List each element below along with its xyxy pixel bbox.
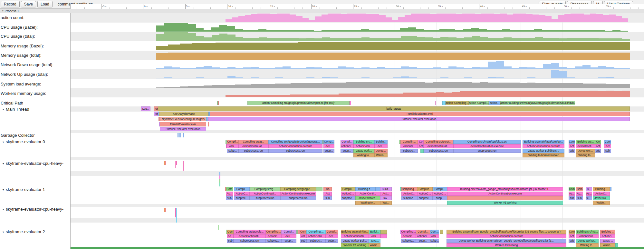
slice-skyframe-evaluator-1[interactable]: ActionC... bbox=[433, 192, 447, 196]
slice-skyframe-evaluator-0[interactable]: Act bbox=[569, 144, 575, 148]
event-tick[interactable] bbox=[179, 133, 180, 137]
slice-skyframe-evaluator-1[interactable] bbox=[316, 187, 322, 191]
event-tick[interactable] bbox=[182, 133, 182, 137]
slice-skyframe-evaluator-0[interactable]: subprocess.run bbox=[453, 149, 521, 153]
slice-skyframe-evaluator-0[interactable]: Waitin... bbox=[374, 153, 388, 157]
slice-critical-path[interactable] bbox=[350, 101, 351, 105]
slice-skyframe-evaluator-1[interactable]: Compiling src/g... bbox=[250, 187, 280, 191]
slice-skyframe-evaluator-1[interactable]: subproc... bbox=[234, 196, 250, 200]
slice-skyframe-evaluator-0[interactable]: ActionContinuati... bbox=[424, 144, 453, 148]
slice-skyframe-evaluator-1[interactable]: ActionContinuation.execute bbox=[280, 192, 316, 196]
save-button[interactable]: Save bbox=[21, 1, 36, 7]
slice-skyframe-evaluator-2[interactable]: Javac ... bbox=[600, 239, 615, 243]
slice-skyframe-evaluator-1[interactable]: Javac wo... bbox=[593, 196, 610, 200]
slice-skyframe-evaluator-0[interactable]: Acti... bbox=[227, 144, 238, 148]
slice-skyframe-evaluator-2[interactable]: Compiling ... bbox=[306, 230, 326, 234]
slice-skyframe-evaluator-2[interactable]: ActionConti... bbox=[306, 234, 326, 238]
slice-skyframe-evaluator-2[interactable] bbox=[380, 230, 387, 234]
event-tick[interactable] bbox=[164, 161, 165, 165]
slice-skyframe-evaluator-0[interactable]: subproc... bbox=[400, 149, 418, 153]
track-label-skyframe-evaluator-2[interactable]: ▾skyframe-evaluator 2 bbox=[3, 229, 45, 234]
slice-skyframe-evaluator-2[interactable]: ActionC... bbox=[266, 234, 281, 238]
slice-critical-path[interactable] bbox=[442, 101, 446, 105]
counter-track-network-up-usage[interactable] bbox=[156, 69, 630, 79]
slice-skyframe-evaluator-2[interactable]: ActionC... bbox=[600, 234, 615, 238]
slice-skyframe-evaluator-0[interactable]: Compiling src/g... bbox=[238, 140, 268, 144]
slice-skyframe-evaluator-2[interactable] bbox=[380, 234, 387, 238]
slice-skyframe-evaluator-0[interactable]: ActionC... bbox=[341, 144, 353, 148]
slice-skyframe-evaluator-1[interactable]: ActionC... bbox=[401, 192, 417, 196]
slice-skyframe-evaluator-0[interactable]: Compiling src/google/protobuf/generat... bbox=[268, 140, 322, 144]
slice-skyframe-evaluator-0[interactable]: Waiting to borrow worker bbox=[523, 153, 564, 157]
slice-skyframe-evaluator-2[interactable]: Building src/ma... bbox=[576, 230, 599, 234]
slice-skyframe-evaluator-1[interactable]: Worker #1 working bbox=[447, 201, 563, 205]
slice-skyframe-evaluator-2[interactable]: Act bbox=[300, 234, 306, 238]
event-tick[interactable] bbox=[219, 175, 220, 179]
slice-main-thread[interactable] bbox=[208, 122, 209, 126]
slice-skyframe-evaluator-1[interactable]: Compil... bbox=[234, 187, 250, 191]
slice-skyframe-evaluator-1[interactable]: Building external/com_google_protobuf/ja… bbox=[447, 187, 563, 191]
slice-skyframe-evaluator-1[interactable]: Ac... bbox=[569, 192, 575, 196]
slice-skyframe-evaluator-0[interactable]: ActionC... bbox=[400, 144, 418, 148]
slice-skyframe-evaluator-1[interactable]: Waiting to... bbox=[355, 201, 380, 205]
slice-skyframe-evaluator-0[interactable]: Building src... bbox=[353, 140, 374, 144]
slice-skyframe-evaluator-0[interactable]: Compiling src/main/cpp/blaze.cc bbox=[453, 140, 521, 144]
slice-skyframe-evaluator-0[interactable]: Co bbox=[595, 140, 601, 144]
slice-skyframe-evaluator-0[interactable]: sub bbox=[595, 149, 601, 153]
slice-critical-path[interactable]: action 'Compili... bbox=[469, 101, 489, 105]
event-tick[interactable] bbox=[175, 208, 176, 217]
slice-skyframe-evaluator-2[interactable]: Com... bbox=[430, 230, 439, 234]
track-label-skyframe-evaluator-0[interactable]: ▾skyframe-evaluator 0 bbox=[3, 139, 45, 144]
track-label-skyframe-evaluator-cpu-heavy-[interactable]: ▾skyframe-evaluator-cpu-heavy- bbox=[3, 207, 63, 212]
slice-critical-path[interactable] bbox=[217, 101, 218, 105]
slice-skyframe-evaluator-0[interactable]: ActionConti... bbox=[353, 144, 374, 148]
slice-skyframe-evaluator-1[interactable]: ActionC... bbox=[417, 192, 433, 196]
slice-skyframe-evaluator-1[interactable]: Waitin... bbox=[593, 201, 610, 205]
slice-critical-path[interactable]: action 'Building src/main/java/com/googl… bbox=[500, 101, 575, 105]
slice-skyframe-evaluator-1[interactable]: sub bbox=[569, 196, 575, 200]
slice-main-thread[interactable]: Par bbox=[154, 106, 158, 111]
slice-skyframe-evaluator-0[interactable]: subprocess.run bbox=[424, 149, 453, 153]
slice-skyframe-evaluator-2[interactable]: Compil... bbox=[326, 230, 338, 234]
slice-skyframe-evaluator-2[interactable]: Compi... bbox=[281, 230, 296, 234]
counter-track-workers-memory-usage[interactable] bbox=[226, 88, 630, 97]
slice-skyframe-evaluator-0[interactable]: Act bbox=[604, 144, 611, 148]
event-tick[interactable] bbox=[183, 161, 184, 171]
slice-skyframe-evaluator-1[interactable]: Ac... bbox=[226, 192, 233, 196]
slice-skyframe-evaluator-2[interactable]: Act bbox=[569, 234, 575, 238]
slice-skyframe-evaluator-0[interactable]: Buildin... bbox=[374, 140, 388, 144]
slice-skyframe-evaluator-0[interactable]: subp... bbox=[227, 149, 238, 153]
slice-skyframe-evaluator-1[interactable]: Build... bbox=[380, 187, 392, 191]
slice-main-thread[interactable]: Parallel Evaluator evaluation bbox=[208, 117, 630, 121]
slice-skyframe-evaluator-1[interactable]: subprocess.run bbox=[280, 196, 316, 200]
slice-skyframe-evaluator-2[interactable]: Acti... bbox=[369, 234, 380, 238]
slice-skyframe-evaluator-1[interactable]: ActionC... bbox=[341, 192, 355, 196]
record-button[interactable]: Record bbox=[1, 1, 20, 7]
slice-skyframe-evaluator-0[interactable]: subp... bbox=[323, 149, 334, 153]
slice-skyframe-evaluator-0[interactable]: ActionContinuation.execute bbox=[268, 144, 322, 148]
track-label-skyframe-evaluator-1[interactable]: ▾skyframe-evaluator 1 bbox=[3, 187, 45, 192]
slice-skyframe-evaluator-1[interactable]: Building s... bbox=[355, 187, 375, 191]
slice-skyframe-evaluator-0[interactable]: ActionConti... bbox=[576, 144, 595, 148]
slice-skyframe-evaluator-0[interactable]: subprocess.run bbox=[238, 149, 268, 153]
slice-skyframe-evaluator-2[interactable]: sub bbox=[300, 239, 306, 243]
event-tick[interactable] bbox=[221, 133, 221, 137]
slice-skyframe-evaluator-2[interactable]: ActionContinuation.execute bbox=[447, 234, 566, 238]
slice-skyframe-evaluator-2[interactable]: Javac worker Building external/com_googl… bbox=[447, 239, 566, 243]
slice-skyframe-evaluator-2[interactable]: subp... bbox=[430, 239, 439, 243]
event-tick[interactable] bbox=[219, 172, 220, 175]
slice-main-thread[interactable]: ParallelEvaluator.eval bbox=[160, 122, 206, 126]
slice-skyframe-evaluator-2[interactable]: sub bbox=[569, 239, 575, 243]
slice-skyframe-evaluator-0[interactable]: Compil... bbox=[227, 140, 238, 144]
slice-skyframe-evaluator-0[interactable] bbox=[420, 149, 424, 153]
slice-main-thread[interactable] bbox=[159, 117, 160, 121]
slice-skyframe-evaluator-2[interactable]: Compiling src/google... bbox=[234, 230, 266, 234]
slice-skyframe-evaluator-0[interactable]: Javac wor... bbox=[576, 149, 595, 153]
slice-skyframe-evaluator-0[interactable]: Comp... bbox=[323, 140, 334, 144]
event-tick[interactable] bbox=[178, 133, 178, 137]
slice-skyframe-evaluator-1[interactable]: Ac... bbox=[586, 192, 592, 196]
counter-track-cpu-usage-total[interactable] bbox=[156, 32, 630, 41]
event-tick[interactable] bbox=[175, 161, 176, 168]
slice-skyframe-evaluator-2[interactable]: Com bbox=[300, 230, 306, 234]
slice-skyframe-evaluator-2[interactable]: Acti... bbox=[326, 234, 338, 238]
